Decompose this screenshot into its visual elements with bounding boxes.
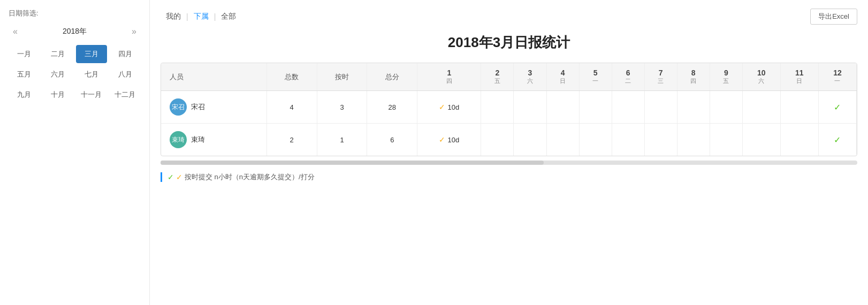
day-cell-1-d10 (742, 124, 780, 156)
day-value-d1-0: 10d (447, 103, 459, 111)
months-grid: 一月二月三月四月五月六月七月八月九月十月十一月十二月 (9, 45, 141, 104)
col-header-person: 人员 (161, 63, 267, 91)
month-cell-3[interactable]: 三月 (76, 45, 108, 63)
col-header-d5: 5一 (579, 63, 612, 91)
legend: ✓ ✓ 按时提交 n小时（n天逾期多久提交）/打分 (161, 172, 857, 182)
day-value-d1-1: 10d (447, 136, 459, 144)
day-cell-1-d9 (710, 124, 742, 156)
col-header-d12: 12一 (818, 63, 856, 91)
col-header-d7: 7三 (644, 63, 677, 91)
day-cell-1-d6 (612, 124, 644, 156)
right-panel: 我的|下属|全部 导出Excel 2018年3月日报统计 人员总数按时总分1四2… (150, 0, 868, 305)
total-cell-1: 2 (267, 124, 317, 156)
col-header-d11: 11日 (780, 63, 818, 91)
table-wrapper: 人员总数按时总分1四2五3六4日5一6二7三8四9五10六11日12一 宋召 宋… (161, 63, 857, 156)
month-cell-7[interactable]: 七月 (76, 65, 108, 83)
table-row: 束琦 束琦 216✓10d✓ (161, 124, 857, 156)
day-cell-0-d4 (546, 91, 579, 124)
scrollbar-thumb (161, 161, 544, 165)
day-cell-1-d7 (644, 124, 677, 156)
day-cell-0-d5 (579, 91, 612, 124)
check-icon-d12-0: ✓ (834, 103, 841, 112)
left-panel: 日期筛选: « 2018年 » 一月二月三月四月五月六月七月八月九月十月十一月十… (0, 0, 150, 305)
tab-我的[interactable]: 我的 (161, 11, 186, 22)
month-cell-1[interactable]: 一月 (9, 45, 40, 63)
day-cell-1-d11 (780, 124, 818, 156)
check-icon-d1-1: ✓ (439, 135, 445, 144)
month-cell-10[interactable]: 十月 (42, 86, 74, 104)
col-header-d10: 10六 (742, 63, 780, 91)
col-header-d1: 1四 (417, 63, 481, 91)
avatar-0: 宋召 (170, 98, 187, 116)
day-cell-1-d8 (677, 124, 710, 156)
ontime-cell-1: 1 (317, 124, 367, 156)
data-table: 人员总数按时总分1四2五3六4日5一6二7三8四9五10六11日12一 宋召 宋… (161, 63, 857, 156)
year-text: 2018年 (63, 27, 87, 36)
month-cell-12[interactable]: 十二月 (109, 86, 141, 104)
legend-orange-check-icon: ✓ (176, 173, 182, 181)
col-header-d9: 9五 (710, 63, 742, 91)
col-header-total: 总数 (267, 63, 317, 91)
score-cell-1: 6 (367, 124, 417, 156)
date-filter-label: 日期筛选: (9, 9, 141, 18)
day-cell-1-d4 (546, 124, 579, 156)
year-nav: « 2018年 » (9, 25, 141, 39)
day-cell-1-d3 (514, 124, 546, 156)
legend-text: 按时提交 n小时（n天逾期多久提交）/打分 (185, 172, 315, 182)
day-cell-1-d5 (579, 124, 612, 156)
report-title: 2018年3月日报统计 (161, 33, 857, 52)
month-cell-6[interactable]: 六月 (42, 65, 74, 83)
col-header-ontime: 按时 (317, 63, 367, 91)
day-cell-0-d3 (514, 91, 546, 124)
day-cell-0-d9 (710, 91, 742, 124)
col-header-score: 总分 (367, 63, 417, 91)
tab-全部[interactable]: 全部 (216, 11, 241, 22)
score-cell-0: 28 (367, 91, 417, 124)
next-year-btn[interactable]: » (127, 25, 141, 39)
month-cell-4[interactable]: 四月 (109, 45, 141, 63)
month-cell-11[interactable]: 十一月 (76, 86, 108, 104)
month-cell-9[interactable]: 九月 (9, 86, 40, 104)
prev-year-btn[interactable]: « (9, 25, 22, 39)
check-icon-d1-0: ✓ (439, 103, 445, 111)
day-cell-1-d12: ✓ (818, 124, 856, 156)
tab-下属[interactable]: 下属 (188, 11, 214, 22)
table-row: 宋召 宋召 4328✓10d✓ (161, 91, 857, 124)
month-cell-2[interactable]: 二月 (42, 45, 74, 63)
day-cell-0-d10 (742, 91, 780, 124)
col-header-d8: 8四 (677, 63, 710, 91)
ontime-cell-0: 3 (317, 91, 367, 124)
day-cell-0-d6 (612, 91, 644, 124)
day-cell-0-d12: ✓ (818, 91, 856, 124)
legend-green-check-icon: ✓ (167, 173, 174, 181)
export-excel-btn[interactable]: 导出Excel (810, 9, 857, 25)
scrollbar-area[interactable] (161, 161, 857, 165)
person-cell-1: 束琦 束琦 (161, 124, 267, 156)
day-cell-1-d2 (481, 124, 514, 156)
tabs-row: 我的|下属|全部 导出Excel (161, 9, 857, 25)
person-name-1: 束琦 (191, 135, 205, 144)
col-header-d6: 6二 (612, 63, 644, 91)
day-cell-0-d11 (780, 91, 818, 124)
app-container: 日期筛选: « 2018年 » 一月二月三月四月五月六月七月八月九月十月十一月十… (0, 0, 868, 305)
avatar-1: 束琦 (170, 131, 187, 148)
person-cell-0: 宋召 宋召 (161, 91, 267, 124)
month-cell-5[interactable]: 五月 (9, 65, 40, 83)
check-icon-d12-1: ✓ (834, 135, 841, 144)
col-header-d3: 3六 (514, 63, 546, 91)
tabs: 我的|下属|全部 (161, 11, 241, 22)
col-header-d2: 2五 (481, 63, 514, 91)
day-cell-0-d7 (644, 91, 677, 124)
total-cell-0: 4 (267, 91, 317, 124)
col-header-d4: 4日 (546, 63, 579, 91)
person-name-0: 宋召 (191, 102, 205, 112)
day-cell-0-d8 (677, 91, 710, 124)
month-cell-8[interactable]: 八月 (109, 65, 141, 83)
day-cell-1-d1: ✓10d (417, 124, 481, 156)
day-cell-0-d2 (481, 91, 514, 124)
day-cell-0-d1: ✓10d (417, 91, 481, 124)
